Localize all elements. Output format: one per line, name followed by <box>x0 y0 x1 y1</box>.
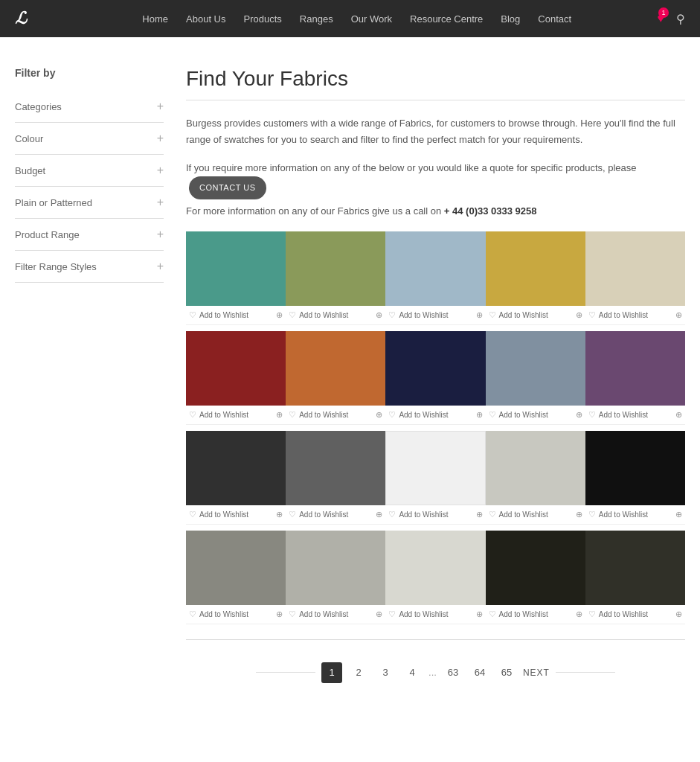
filter-product-range-label: Product Range <box>15 229 80 240</box>
zoom-icon[interactable]: ⊕ <box>675 410 682 420</box>
fabric-swatch[interactable] <box>286 431 385 505</box>
contact-us-button[interactable]: CONTACT US <box>189 176 266 199</box>
nav-products[interactable]: Products <box>244 13 282 25</box>
wishlist-label[interactable]: Add to Wishlist <box>299 610 373 618</box>
zoom-icon[interactable]: ⊕ <box>276 510 283 519</box>
fabric-actions: ♡ Add to Wishlist ⊕ <box>385 306 485 325</box>
zoom-icon[interactable]: ⊕ <box>476 609 483 619</box>
filter-product-range[interactable]: Product Range + <box>15 219 164 251</box>
wishlist-label[interactable]: Add to Wishlist <box>399 411 472 419</box>
fabric-grid-row-3: ♡ Add to Wishlist ⊕ ♡ Add to Wishlist ⊕ <box>186 431 685 525</box>
fabric-swatch[interactable] <box>486 431 585 505</box>
page-num-1[interactable]: 1 <box>321 662 342 683</box>
fabric-swatch[interactable] <box>486 231 585 306</box>
zoom-icon[interactable]: ⊕ <box>276 410 283 420</box>
fabric-swatch[interactable] <box>186 531 286 605</box>
nav-our-work[interactable]: Our Work <box>351 13 392 25</box>
fabric-swatch[interactable] <box>585 531 685 605</box>
page-num-4[interactable]: 4 <box>402 662 423 683</box>
zoom-icon[interactable]: ⊕ <box>675 510 682 519</box>
filter-colour[interactable]: Colour + <box>15 123 164 155</box>
filter-plain-patterned[interactable]: Plain or Patterned + <box>15 187 164 219</box>
page-num-64[interactable]: 64 <box>469 662 490 683</box>
phone-line: For more information on any of our Fabri… <box>186 205 685 217</box>
wishlist-label[interactable]: Add to Wishlist <box>199 510 273 519</box>
fabric-swatch[interactable] <box>486 331 585 406</box>
fabric-swatch[interactable] <box>286 531 385 605</box>
zoom-icon[interactable]: ⊕ <box>376 510 382 519</box>
page-num-2[interactable]: 2 <box>348 662 369 683</box>
fabric-swatch[interactable] <box>385 231 485 306</box>
page-title: Find Your Fabrics <box>186 67 685 91</box>
filter-colour-label: Colour <box>15 133 43 144</box>
nav-resource-centre[interactable]: Resource Centre <box>410 13 483 25</box>
zoom-icon[interactable]: ⊕ <box>675 609 682 619</box>
heart-icon: ♡ <box>289 310 296 320</box>
page-num-3[interactable]: 3 <box>375 662 396 683</box>
fabric-item: ♡ Add to Wishlist ⊕ <box>486 231 585 325</box>
wishlist-label[interactable]: Add to Wishlist <box>199 411 273 419</box>
zoom-icon[interactable]: ⊕ <box>376 410 382 420</box>
wishlist-label[interactable]: Add to Wishlist <box>599 610 672 618</box>
wishlist-label[interactable]: Add to Wishlist <box>399 510 472 519</box>
wishlist-label[interactable]: Add to Wishlist <box>399 610 472 618</box>
fabric-swatch[interactable] <box>186 331 286 406</box>
fabric-item: ♡ Add to Wishlist ⊕ <box>385 431 485 525</box>
wishlist-label[interactable]: Add to Wishlist <box>299 510 373 519</box>
fabric-swatch[interactable] <box>585 331 685 406</box>
zoom-icon[interactable]: ⊕ <box>576 510 582 519</box>
zoom-icon[interactable]: ⊕ <box>276 310 283 320</box>
filter-range-styles[interactable]: Filter Range Styles + <box>15 251 164 283</box>
pagination-next[interactable]: NEXT <box>523 667 550 678</box>
wishlist-label[interactable]: Add to Wishlist <box>499 311 573 319</box>
wishlist-label[interactable]: Add to Wishlist <box>399 311 472 319</box>
wishlist-label[interactable]: Add to Wishlist <box>499 610 573 618</box>
wishlist-label[interactable]: Add to Wishlist <box>199 610 273 618</box>
fabric-item: ♡ Add to Wishlist ⊕ <box>385 531 485 624</box>
wishlist-label[interactable]: Add to Wishlist <box>599 311 672 319</box>
nav-blog[interactable]: Blog <box>501 13 520 25</box>
zoom-icon[interactable]: ⊕ <box>276 609 283 619</box>
fabric-actions: ♡ Add to Wishlist ⊕ <box>286 505 385 525</box>
page-num-65[interactable]: 65 <box>496 662 517 683</box>
fabric-swatch[interactable] <box>585 231 685 306</box>
wishlist-label[interactable]: Add to Wishlist <box>199 311 273 319</box>
nav-about[interactable]: About Us <box>186 13 225 25</box>
zoom-icon[interactable]: ⊕ <box>376 609 382 619</box>
wishlist-label[interactable]: Add to Wishlist <box>299 411 373 419</box>
filter-categories[interactable]: Categories + <box>15 91 164 123</box>
zoom-icon[interactable]: ⊕ <box>675 310 682 320</box>
zoom-icon[interactable]: ⊕ <box>476 510 483 519</box>
zoom-icon[interactable]: ⊕ <box>576 609 582 619</box>
wishlist-label[interactable]: Add to Wishlist <box>299 311 373 319</box>
fabric-actions: ♡ Add to Wishlist ⊕ <box>286 605 385 624</box>
fabric-item: ♡ Add to Wishlist ⊕ <box>186 531 286 624</box>
wishlist-label[interactable]: Add to Wishlist <box>599 510 672 519</box>
fabric-swatch[interactable] <box>286 231 385 306</box>
navigation: ℒ Home About Us Products Ranges Our Work… <box>0 0 700 37</box>
nav-home[interactable]: Home <box>142 13 168 25</box>
wishlist-icon[interactable]: ♥ 1 <box>658 12 665 25</box>
nav-contact[interactable]: Contact <box>538 13 571 25</box>
zoom-icon[interactable]: ⊕ <box>576 410 582 420</box>
fabric-swatch[interactable] <box>385 531 485 605</box>
fabric-swatch[interactable] <box>186 231 286 306</box>
fabric-swatch[interactable] <box>385 431 485 505</box>
page-ellipsis: ... <box>428 667 437 678</box>
wishlist-label[interactable]: Add to Wishlist <box>499 411 573 419</box>
page-num-63[interactable]: 63 <box>443 662 463 683</box>
fabric-swatch[interactable] <box>385 331 485 406</box>
zoom-icon[interactable]: ⊕ <box>476 310 483 320</box>
fabric-swatch[interactable] <box>286 331 385 406</box>
zoom-icon[interactable]: ⊕ <box>476 410 483 420</box>
filter-budget[interactable]: Budget + <box>15 155 164 187</box>
search-icon[interactable]: ⚲ <box>676 12 685 26</box>
wishlist-label[interactable]: Add to Wishlist <box>599 411 672 419</box>
wishlist-label[interactable]: Add to Wishlist <box>499 510 573 519</box>
fabric-swatch[interactable] <box>486 531 585 605</box>
fabric-swatch[interactable] <box>585 431 685 505</box>
zoom-icon[interactable]: ⊕ <box>576 310 582 320</box>
fabric-swatch[interactable] <box>186 431 286 505</box>
zoom-icon[interactable]: ⊕ <box>376 310 382 320</box>
nav-ranges[interactable]: Ranges <box>300 13 333 25</box>
